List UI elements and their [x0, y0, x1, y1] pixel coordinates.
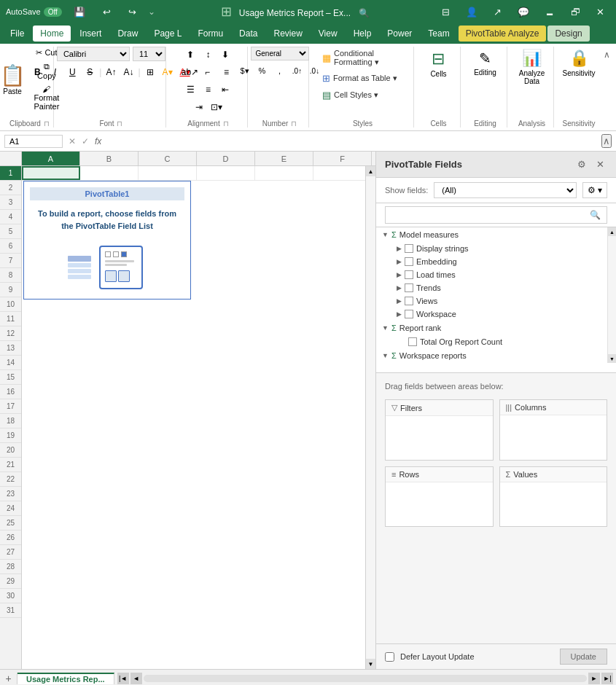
row-num-18[interactable]: 18 [0, 414, 21, 428]
row-num-2[interactable]: 2 [0, 181, 21, 195]
cell-a1[interactable] [22, 166, 80, 180]
increase-decimal-button[interactable]: .0↑ [289, 63, 305, 79]
col-header-c[interactable]: C [139, 152, 197, 165]
report-rank-header[interactable]: ▼ Σ Report rank [376, 321, 607, 335]
decrease-font-button[interactable]: A↓ [120, 64, 136, 80]
formula-input[interactable] [104, 135, 599, 148]
cell-b1[interactable] [80, 166, 139, 180]
restore-button[interactable]: 🗗 [565, 4, 586, 20]
drag-zone-columns[interactable]: ||| Columns [499, 399, 608, 461]
row-num-29[interactable]: 29 [0, 574, 21, 589]
align-right-button[interactable]: ≡ [200, 82, 216, 98]
analyze-data-button[interactable]: 📊 Analyze Data [515, 47, 550, 87]
formula-expand-button[interactable]: ∧ [601, 134, 612, 148]
row-num-17[interactable]: 17 [0, 399, 21, 414]
percent-button[interactable]: % [254, 63, 270, 79]
row-num-30[interactable]: 30 [0, 589, 21, 603]
indent-decrease-button[interactable]: ⇤ [217, 82, 233, 98]
drag-zone-values[interactable]: Σ Values [499, 466, 608, 527]
row-num-10[interactable]: 10 [0, 297, 21, 312]
col-header-a[interactable]: A [22, 152, 80, 165]
menu-draw[interactable]: Draw [110, 26, 145, 42]
cells-button[interactable]: ⊟ Cells [424, 47, 452, 81]
save-button[interactable]: 💾 [68, 4, 91, 20]
row-num-9[interactable]: 9 [0, 283, 21, 297]
col-header-d[interactable]: D [197, 152, 255, 165]
editing-button[interactable]: ✎ Editing [469, 47, 501, 79]
field-display-strings[interactable]: ▶ Display strings [376, 242, 607, 255]
indent-increase-button[interactable]: ⇥ [191, 99, 207, 115]
increase-font-button[interactable]: A↑ [103, 64, 119, 80]
menu-view[interactable]: View [311, 26, 345, 42]
col-header-e[interactable]: E [255, 152, 313, 165]
ribbon-toggle-button[interactable]: ⊟ [436, 4, 456, 20]
conditional-formatting-button[interactable]: ▦ Conditional Formatting ▾ [318, 47, 408, 69]
field-workspace[interactable]: ▶ Workspace [376, 308, 607, 321]
menu-formulas[interactable]: Formu [190, 26, 230, 42]
confirm-formula-icon[interactable]: ✓ [82, 136, 89, 146]
pivot-panel-gear-button[interactable]: ⚙ [574, 157, 589, 171]
checkbox-trends[interactable] [405, 283, 413, 292]
alignment-expand-icon[interactable]: ⊓ [223, 120, 229, 128]
row-num-16[interactable]: 16 [0, 385, 21, 399]
wrap-text-button[interactable]: ⌐ [199, 64, 215, 80]
add-sheet-button[interactable]: + [0, 673, 17, 684]
menu-data[interactable]: Data [232, 26, 265, 42]
font-expand-icon[interactable]: ⊓ [117, 120, 122, 128]
fields-scrollbar[interactable]: ▲ ▼ [607, 227, 616, 363]
fields-scroll-track[interactable] [608, 236, 616, 354]
redo-button[interactable]: ↪ [122, 4, 142, 20]
menu-help[interactable]: Help [346, 26, 379, 42]
scroll-track[interactable] [366, 176, 375, 659]
checkbox-total-org[interactable] [408, 337, 417, 346]
row-num-31[interactable]: 31 [0, 603, 21, 618]
align-bottom-button[interactable]: ⬇ [217, 47, 233, 63]
row-num-6[interactable]: 6 [0, 239, 21, 254]
row-num-8[interactable]: 8 [0, 268, 21, 283]
fields-scroll-down[interactable]: ▼ [608, 354, 616, 363]
scroll-down-button[interactable]: ▼ [366, 659, 375, 669]
row-num-28[interactable]: 28 [0, 560, 21, 574]
row-num-5[interactable]: 5 [0, 224, 21, 239]
row-num-12[interactable]: 12 [0, 326, 21, 341]
help-button[interactable]: 👤 [460, 4, 483, 20]
fields-gear-button[interactable]: ⚙ ▾ [582, 182, 607, 198]
checkbox-load-times[interactable] [405, 270, 413, 279]
close-button[interactable]: ✕ [590, 4, 610, 20]
h-scroll-track[interactable] [144, 675, 587, 682]
ribbon-collapse-button[interactable]: ∧ [604, 50, 610, 60]
workspace-reports-header[interactable]: ▼ Σ Workspace reports [376, 348, 607, 363]
row-num-4[interactable]: 4 [0, 210, 21, 224]
row-num-1[interactable]: 1 [0, 166, 21, 181]
row-num-22[interactable]: 22 [0, 472, 21, 487]
paste-button[interactable]: 📋 Paste [0, 60, 28, 98]
fields-search-input[interactable] [391, 211, 587, 219]
align-center-button[interactable]: ☰ [182, 82, 198, 98]
row-num-24[interactable]: 24 [0, 501, 21, 516]
autosave-toggle[interactable]: Off [44, 7, 62, 17]
menu-review[interactable]: Review [266, 26, 309, 42]
clipboard-expand-icon[interactable]: ⊓ [44, 120, 50, 128]
currency-button[interactable]: $▾ [237, 63, 253, 79]
col-header-f[interactable]: F [313, 152, 372, 165]
show-fields-select[interactable]: (All) [434, 182, 576, 198]
row-num-7[interactable]: 7 [0, 254, 21, 268]
row-num-14[interactable]: 14 [0, 356, 21, 370]
row-num-21[interactable]: 21 [0, 458, 21, 472]
vertical-scrollbar[interactable]: ▲ ▼ [365, 166, 375, 669]
minimize-button[interactable]: 🗕 [539, 4, 561, 20]
align-middle-button[interactable]: ↕ [200, 47, 216, 63]
font-size-select[interactable]: 11 [133, 47, 165, 61]
row-num-3[interactable]: 3 [0, 195, 21, 210]
borders-button[interactable]: ⊞ [142, 64, 158, 80]
drag-zone-rows[interactable]: ≡ Rows [385, 466, 494, 527]
checkbox-workspace[interactable] [405, 310, 413, 318]
row-num-23[interactable]: 23 [0, 487, 21, 501]
pivot-panel-close-button[interactable]: ✕ [593, 157, 607, 171]
menu-power[interactable]: Power [380, 26, 419, 42]
pivot-field-list-link[interactable]: PivotTable Field List [76, 222, 153, 230]
strikethrough-button[interactable]: S [82, 64, 98, 80]
checkbox-embedding[interactable] [405, 257, 413, 266]
comments-button[interactable]: 💬 [512, 4, 535, 20]
italic-button[interactable]: I [47, 64, 63, 80]
